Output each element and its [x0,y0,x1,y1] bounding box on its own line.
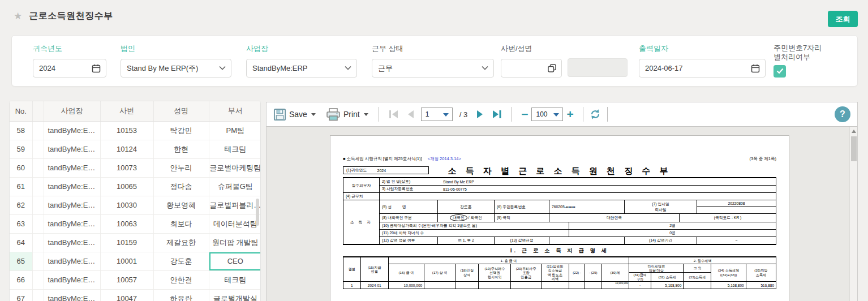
page-title: 근로소득원천징수부 [29,10,113,22]
scroll-up-icon[interactable] [852,130,856,133]
family-count-value: 2명 [569,222,776,229]
payment-row: 1 2024-01 10,000,000 10,000,000 · 5,168,… [343,282,776,289]
grid-row[interactable]: 63tandByMe:E…10063최보다데이터분석팀 [10,214,261,233]
grid-row[interactable]: 60tandByMe:E…10073안누리글로벌마케팅팀 [10,158,261,177]
last-page-button[interactable] [492,110,502,119]
prev-page-button[interactable] [407,110,415,119]
col-no[interactable]: No. [10,101,32,121]
employee-label: 사번/성명 [501,44,562,54]
year-label: 귀속년도 [33,44,106,54]
domestic-marked: 내국인 [450,214,467,221]
earner-name-value: 강도훈 [438,200,495,213]
grid-row-selected[interactable]: 65tandByMe:E…10001강도훈CEO [10,252,261,270]
grid-row[interactable]: 61tandByMe:E…10065정다솜슈퍼볼G팀 [10,177,261,196]
print-icon [326,108,341,121]
section-title: Ⅰ. 근 로 소 득 지 급 명 세 [343,247,776,255]
year-value: 2024 [39,64,55,72]
col-select[interactable] [32,101,44,121]
chevron-down-icon [219,66,226,70]
payment-detail-table: 월별 (15)지급 연월 1. 총 급 여 2. 징수세액 (16) 급 여 (… [343,256,776,289]
viewer-scrollbar[interactable] [849,127,857,301]
report-viewer: Save Print 1 / 3 [266,102,858,301]
hire-date-value: 20220808 [697,200,776,207]
toolbar-separator [583,107,583,122]
zoom-out-button[interactable]: − [521,109,528,120]
withholder-label: 징수의무자 [343,178,380,192]
print-button[interactable]: Print [326,108,368,121]
grid-scrollbar-thumb[interactable] [256,199,259,226]
top-bar: ★ 근로소득원천징수부 [0,0,868,32]
favorite-star-icon[interactable]: ★ [14,10,22,22]
save-label: Save [289,110,307,119]
grid-header-row: No. 사업장 사번 성명 부서 [10,101,261,121]
calendar-icon[interactable] [92,64,101,73]
biz-no-value: 811-06-00775 [441,186,776,192]
children-count-value: 0명 [569,230,776,236]
employee-name-input [568,58,628,77]
grid-row[interactable]: 62tandByMe:E…10030황보영혜글로벌퍼블리… [10,196,261,214]
form-reference: ■ 소득세법 시행규칙 [별지 제25호서식(1)] [343,156,422,161]
save-dropdown-caret-icon[interactable] [311,113,316,116]
print-date-label: 출력일자 [639,44,766,54]
print-dropdown-caret-icon[interactable] [364,113,368,116]
refresh-button[interactable] [589,108,601,121]
page-note: (3쪽 중 제1쪽) [749,156,776,162]
field-year: 귀속년도 2024 [33,44,106,78]
filter-panel: 귀속년도 2024 법인 Stand By Me ERP(주) 사업장 Stan… [11,35,858,87]
document-viewport[interactable]: ■ 소득세법 시행규칙 [별지 제25호서식(1)] <개정 2014.3.14… [267,127,857,301]
grid-row[interactable]: 67tandByMe:E…10047하유란글로벌개발실 [10,289,261,301]
calendar-icon[interactable] [751,64,760,73]
corporation-select[interactable]: Stand By Me ERP(주) [121,59,231,78]
zoom-select[interactable]: 100 [531,108,563,121]
rrn-option-checkbox[interactable] [774,65,786,78]
earner-rrn-value: 760205-••••••• [549,200,625,213]
workplace-select[interactable]: StandByMe:ERP [246,59,357,78]
next-page-button[interactable] [476,110,484,119]
lookup-popup-icon[interactable] [548,64,556,72]
search-button[interactable]: 조회 [828,11,858,27]
zoom-in-button[interactable]: + [566,109,573,120]
col-empno[interactable]: 사번 [100,101,153,121]
selected-cell[interactable]: CEO [209,252,261,270]
save-icon [273,108,286,121]
employee-input[interactable] [501,59,562,78]
year-input[interactable]: 2024 [33,59,106,78]
earner-label: 소 득 자 [343,200,380,244]
grid-row[interactable]: 59tandByMe:E…10124한현테크팀 [10,140,261,158]
field-employee: 사번/성명 [501,44,562,78]
toolbar-separator [379,107,379,122]
page-select-caret-icon [443,113,449,117]
report-year-label: (1)귀속연도 [346,167,367,173]
corporation-value: Stand By Me ERP(주) [127,63,198,74]
chevron-down-icon [345,66,351,70]
field-work-status: 근무 상태 근무 [372,44,494,78]
country-value: 대한민국 [549,214,680,222]
field-rrn-option: 주민번호7자리 별처리여부 [774,44,822,78]
grid-row[interactable]: 64tandByMe:E…10159제갈요한원더팝 개발팀 [10,233,261,252]
viewer-scrollbar-thumb[interactable] [851,136,857,161]
gross-pay-group: 1. 총 급 여 [388,257,629,264]
grid-row[interactable]: 66tandByMe:E…10057안한결테크팀 [10,270,261,289]
print-date-value: 2024-06-17 [645,64,683,72]
col-dept[interactable]: 부서 [209,101,261,121]
page-select[interactable]: 1 [421,108,453,121]
app-window: ★ 근로소득원천징수부 조회 귀속년도 2024 법인 Stand By Me … [0,0,868,301]
workplace-value: StandByMe:ERP [252,64,308,72]
print-label: Print [343,110,360,119]
work-status-value: 근무 [378,63,393,74]
col-name[interactable]: 성명 [153,101,209,121]
other-subgroup: 그 외 [684,264,711,273]
country-code: (국적코드 : KR ) [680,214,776,222]
save-button[interactable]: Save [273,108,316,121]
workplace-label: 사업장 [246,44,357,54]
corp-name-value: Stand By Me ERP [441,178,776,185]
work-status-select[interactable]: 근무 [372,59,494,78]
field-print-date: 출력일자 2024-06-17 [639,44,766,78]
workplace-row-label: (4) 근무처 [343,193,380,200]
first-page-button[interactable] [389,110,399,119]
col-workplace[interactable]: 사업장 [44,101,100,121]
print-date-input[interactable]: 2024-06-17 [639,59,766,78]
help-button[interactable]: ? [835,106,850,122]
employee-grid: No. 사업장 사번 성명 부서 58tandByMe:E…10153탁강민PM… [9,101,261,301]
grid-row[interactable]: 58tandByMe:E…10153탁강민PM팀 [10,121,261,140]
